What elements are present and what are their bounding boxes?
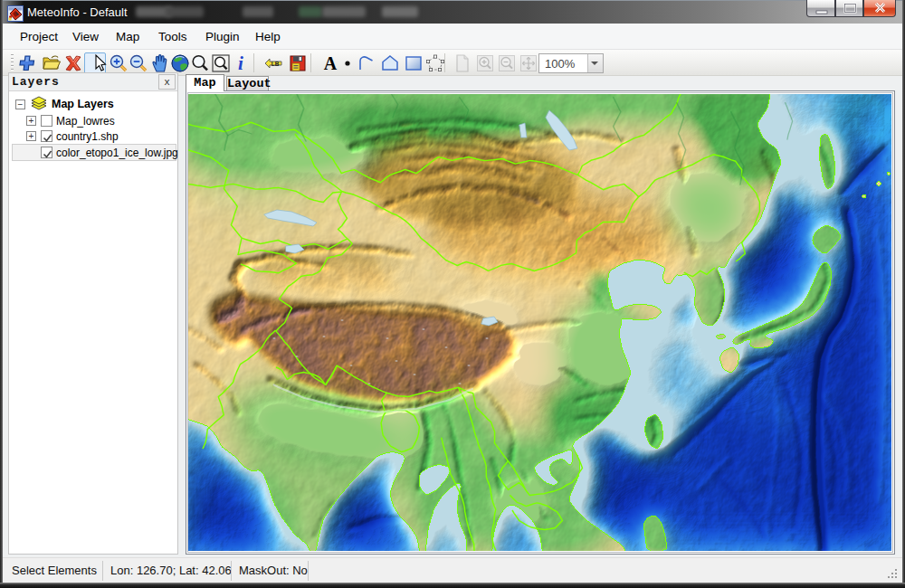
svg-text:A: A [324,53,338,73]
svg-text:LB: LB [272,61,280,67]
svg-text:i: i [238,52,243,74]
